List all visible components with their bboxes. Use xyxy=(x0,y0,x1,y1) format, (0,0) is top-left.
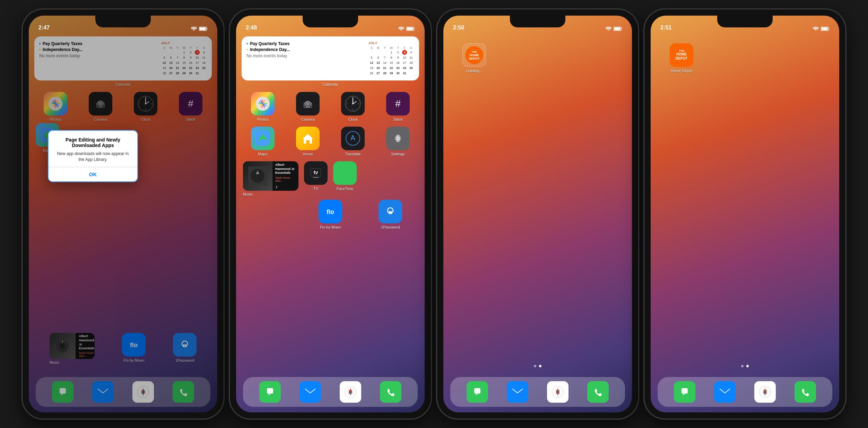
app-1password-2[interactable]: 1Password xyxy=(379,200,402,230)
alert-title-1: Page Editing and Newly Downloaded Apps xyxy=(55,137,131,148)
safari-dock-icon-3[interactable] xyxy=(547,381,568,403)
page-dot-4-1 xyxy=(741,365,744,367)
messages-dock-icon-3[interactable] xyxy=(467,381,488,403)
mail-dock-icon-2[interactable] xyxy=(300,381,321,403)
music-subtitle-2: Apple Music Alter... xyxy=(275,176,296,182)
svg-point-62 xyxy=(358,103,359,104)
dock-messages-4[interactable] xyxy=(674,381,695,403)
cal-event-2a: Pay Quarterly Taxes xyxy=(246,41,364,46)
calendar-events-2: Pay Quarterly Taxes Independence Day... … xyxy=(246,41,364,76)
page-dot-3-1 xyxy=(534,365,536,367)
dock-phone-3[interactable] xyxy=(587,381,609,403)
dock-phone-4[interactable] xyxy=(795,381,816,403)
mail-dock-icon-4[interactable] xyxy=(714,381,736,403)
app-settings-2[interactable]: Settings xyxy=(378,127,418,156)
dock-messages-2[interactable] xyxy=(259,381,281,403)
svg-point-58 xyxy=(352,103,354,104)
phone-dock-icon-4[interactable] xyxy=(795,381,816,403)
svg-rect-74 xyxy=(339,170,347,176)
alert-dialog-1: Page Editing and Newly Downloaded Apps N… xyxy=(48,130,138,182)
svg-text:HOME: HOME xyxy=(676,52,687,56)
app-facetime-2[interactable]: FaceTime xyxy=(333,161,357,191)
mail-dock-icon-3[interactable] xyxy=(507,381,528,403)
svg-text:DEPOT: DEPOT xyxy=(469,57,480,60)
svg-text:#: # xyxy=(395,98,401,109)
svg-text:flo: flo xyxy=(327,208,334,215)
status-icons-1 xyxy=(191,27,208,31)
facetime-label-2: FaceTime xyxy=(337,187,354,191)
svg-rect-42 xyxy=(407,28,413,30)
loading-app-3: THE HOME DEPOT Loading... xyxy=(462,43,486,73)
app-photos-2[interactable]: Photos xyxy=(243,92,283,122)
home-icon-2[interactable] xyxy=(296,127,320,150)
camera-label-2: Camera xyxy=(301,117,314,122)
app-slack-2[interactable]: # Slack xyxy=(378,92,418,122)
1password-icon-2[interactable] xyxy=(379,200,402,223)
alert-ok-button-1[interactable]: OK xyxy=(49,167,137,181)
app-clock-2[interactable]: Clock xyxy=(333,92,373,122)
battery-icon-2 xyxy=(406,27,415,31)
time-2: 2:48 xyxy=(246,25,257,31)
dock-mail-4[interactable] xyxy=(714,381,736,403)
svg-text:DEPOT: DEPOT xyxy=(676,57,687,60)
wifi-icon-3 xyxy=(606,27,611,31)
time-1: 2:47 xyxy=(38,25,50,31)
camera-icon-2[interactable] xyxy=(296,92,320,115)
facetime-icon-2[interactable] xyxy=(333,161,357,185)
safari-dock-icon-4[interactable] xyxy=(754,381,776,403)
dock-safari-3[interactable] xyxy=(547,381,568,403)
music-title-2: Albert Hammond Jr. Essentials xyxy=(275,163,296,175)
alert-container-1: Page Editing and Newly Downloaded Apps N… xyxy=(48,130,138,182)
tv-icon-2[interactable]: tv xyxy=(304,161,328,185)
music-note-2: ♪ xyxy=(275,184,296,189)
notch-2 xyxy=(303,16,358,27)
status-icons-3 xyxy=(606,27,622,31)
dock-mail-2[interactable] xyxy=(300,381,321,403)
photos-icon-2[interactable] xyxy=(251,92,275,115)
homedepot-label-4: Home Depot xyxy=(671,69,692,73)
phone-dock-icon-2[interactable] xyxy=(380,381,401,403)
bottom-row-phone2: flo Flo by Moen 1Password xyxy=(236,200,425,230)
slack-label-2: Slack xyxy=(393,117,403,122)
time-3: 2:50 xyxy=(453,25,464,31)
translate-icon-2[interactable]: A xyxy=(341,127,365,150)
phones-container: 2:47 Pay Quarterly Taxes Independence Da… xyxy=(16,2,852,426)
svg-point-117 xyxy=(799,386,811,398)
app-translate-2[interactable]: A Translate xyxy=(333,127,373,156)
messages-dock-icon-4[interactable] xyxy=(674,381,695,403)
maps-icon-2[interactable] xyxy=(251,127,275,150)
dock-3 xyxy=(450,377,625,407)
dock-safari-4[interactable] xyxy=(754,381,776,403)
music-widget-phone2[interactable]: Albert Hammond Jr. Essentials Apple Musi… xyxy=(243,161,298,197)
page-dots-4 xyxy=(651,365,839,367)
home-label-2: Home xyxy=(303,152,313,156)
cal-dot-yellow-2 xyxy=(246,49,248,50)
app-maps-2[interactable]: Maps xyxy=(243,127,283,156)
screen-1: 2:47 Pay Quarterly Taxes Independence Da… xyxy=(29,16,217,412)
dock-messages-3[interactable] xyxy=(467,381,488,403)
notch-3 xyxy=(510,16,565,27)
wifi-icon-1 xyxy=(191,27,197,31)
app-tv-2[interactable]: tv TV xyxy=(304,161,328,191)
cal-grid-days-2: SMTWTFS 1234 567891011 12131415161718 19… xyxy=(368,46,414,76)
installed-app-4[interactable]: THE HOME DEPOT Home Depot xyxy=(670,43,693,73)
app-home-2[interactable]: Home xyxy=(288,127,328,156)
settings-icon-2[interactable] xyxy=(386,127,410,150)
app-row3-phone2: Albert Hammond Jr. Essentials Apple Musi… xyxy=(236,161,425,200)
battery-icon-4 xyxy=(821,27,830,31)
flo-icon-2[interactable]: flo xyxy=(319,200,342,223)
app-flo-2[interactable]: flo Flo by Moen xyxy=(319,200,342,230)
clock-label-2: Clock xyxy=(348,117,358,122)
clock-icon-2[interactable] xyxy=(341,92,365,115)
app-camera-2[interactable]: Camera xyxy=(288,92,328,122)
dock-safari-2[interactable] xyxy=(340,381,361,403)
music-widget-2[interactable]: Albert Hammond Jr. Essentials Apple Musi… xyxy=(243,161,298,191)
phone-dock-icon-3[interactable] xyxy=(587,381,609,403)
dock-phone-2[interactable] xyxy=(380,381,401,403)
page-dot-3-2 xyxy=(539,365,541,367)
dock-mail-3[interactable] xyxy=(507,381,528,403)
safari-dock-icon-2[interactable] xyxy=(340,381,361,403)
messages-dock-icon-2[interactable] xyxy=(259,381,281,403)
slack-icon-2[interactable]: # xyxy=(386,92,410,115)
homedepot-icon-4[interactable]: THE HOME DEPOT xyxy=(670,43,693,67)
